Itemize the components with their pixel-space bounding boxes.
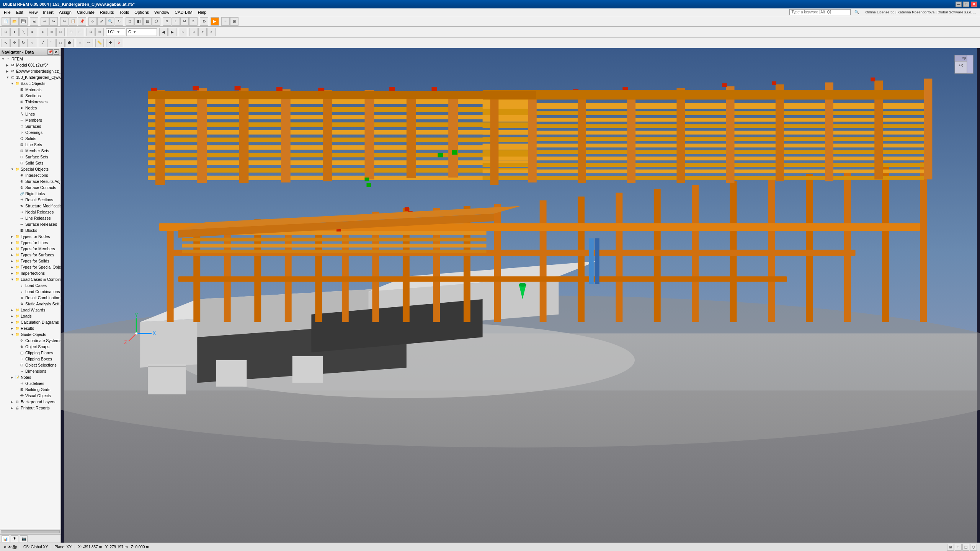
clipping-btn[interactable]: ◫ (95, 28, 104, 36)
surface-btn[interactable]: S (189, 17, 198, 26)
tree-item-coord-systems[interactable]: ⊹Coordinate Systems (0, 337, 60, 344)
status-view3[interactable]: ◫ (962, 544, 969, 551)
new-button[interactable]: 📄 (2, 17, 10, 26)
tree-arrow-load-wizards[interactable]: ▶ (11, 308, 15, 312)
save-button[interactable]: 💾 (19, 17, 28, 26)
result-type-btn3[interactable]: ε (207, 28, 216, 36)
open-button[interactable]: 📂 (10, 17, 19, 26)
tree-item-timberdesign[interactable]: ▶🗂E:\www.timberdesign.cz_Ester-Tower-in-… (0, 68, 60, 74)
viewport[interactable]: X Y Z +X top (61, 48, 980, 543)
draw-rect-btn[interactable]: □ (56, 39, 65, 47)
load-case-prev[interactable]: ◀ (159, 28, 168, 36)
tree-item-solid-sets[interactable]: ⊟Solid Sets (0, 160, 60, 166)
tree-item-loads[interactable]: ▶📁Loads (0, 313, 60, 319)
settings-btn[interactable]: ⚙ (200, 17, 208, 26)
delete-btn[interactable]: ✕ (115, 39, 123, 47)
display-nodes[interactable]: ● (39, 28, 47, 36)
tree-item-load-cases[interactable]: ↓Load Cases (0, 282, 60, 289)
tree-item-imperfections[interactable]: ▶📁Imperfections (0, 270, 60, 276)
snap-line[interactable]: ╲ (19, 28, 28, 36)
annotation-btn[interactable]: ✏ (85, 39, 93, 47)
tree-arrow-results[interactable]: ▶ (11, 327, 15, 330)
menu-insert[interactable]: Insert (41, 9, 56, 15)
tree-item-calc-diagrams[interactable]: ▶📁Calculation Diagrams (0, 319, 60, 325)
minimize-button[interactable]: — (956, 2, 962, 7)
maximize-button[interactable]: □ (963, 2, 969, 7)
nav-tab-data[interactable]: 📊 (2, 535, 9, 542)
tree-item-materials[interactable]: ⊞Materials (0, 86, 60, 93)
tree-arrow-rfem[interactable]: ▼ (2, 57, 5, 61)
tree-item-types-nodes[interactable]: ▶📁Types for Nodes (0, 233, 60, 240)
tree-arrow-guide-objects[interactable]: ▼ (11, 333, 15, 336)
tree-item-load-wizards[interactable]: ▶📁Load Wizards (0, 307, 60, 313)
tree-item-notes[interactable]: ▶📝Notes (0, 374, 60, 380)
draw-poly-btn[interactable]: ⬟ (65, 39, 74, 47)
status-view-buttons[interactable]: ⊞ □ ◫ ⬡ (947, 544, 977, 551)
tree-item-blocks[interactable]: ▦Blocks (0, 227, 60, 233)
side-view-button[interactable]: ◧ (134, 17, 143, 26)
tree-item-result-combinations[interactable]: ◈Result Combinations (0, 295, 60, 301)
menu-help[interactable]: Help (196, 9, 209, 15)
status-view4[interactable]: ⬡ (970, 544, 977, 551)
front-view-button[interactable]: □ (126, 17, 134, 26)
navigator-pin-button[interactable]: 📌 (47, 49, 53, 55)
draw-line-btn[interactable]: ╱ (39, 39, 47, 47)
display-surfaces[interactable]: □ (56, 28, 65, 36)
display-members[interactable]: ═ (47, 28, 56, 36)
load-case-next[interactable]: ▶ (168, 28, 176, 36)
navigator-scroll[interactable] (0, 529, 60, 534)
status-view1[interactable]: ⊞ (947, 544, 954, 551)
tree-item-members[interactable]: ═Members (0, 117, 60, 123)
scale-btn[interactable]: ⤡ (28, 39, 36, 47)
tree-item-structure-modifications[interactable]: ⟲Structure Modifications (0, 203, 60, 209)
tree-container[interactable]: ▼•RFEM▶🗂Model 001 (2).rf5*▶🗂E:\www.timbe… (0, 56, 60, 529)
tree-arrow-calc-diagrams[interactable]: ▶ (11, 321, 15, 324)
copy-button[interactable]: 📋 (69, 17, 77, 26)
close-button[interactable]: ✕ (971, 2, 977, 7)
scroll-bar[interactable] (1, 530, 60, 533)
tree-arrow-types-surfaces[interactable]: ▶ (11, 253, 15, 257)
navigator-header-controls[interactable]: 📌 ✕ (47, 49, 59, 55)
redo-button[interactable]: ↪ (49, 17, 58, 26)
tree-arrow-imperfections[interactable]: ▶ (11, 272, 15, 275)
tree-item-background-layers[interactable]: ▶⊟Background Layers (0, 399, 60, 405)
tree-item-visual-objects[interactable]: 👁Visual Objects (0, 393, 60, 399)
tree-item-member-sets[interactable]: ⊟Member Sets (0, 148, 60, 154)
tree-item-building-grids[interactable]: ⊞Building Grids (0, 386, 60, 393)
menu-calculate[interactable]: Calculate (75, 9, 97, 15)
menu-tools[interactable]: Tools (117, 9, 131, 15)
tree-arrow-notes[interactable]: ▶ (11, 376, 15, 379)
zoom-all-button[interactable]: ⤢ (97, 17, 106, 26)
tree-arrow-types-special[interactable]: ▶ (11, 266, 15, 269)
tree-item-guidelines[interactable]: ⊣Guidelines (0, 380, 60, 386)
tree-arrow-loads[interactable]: ▶ (11, 315, 15, 318)
tree-item-clipping-planes[interactable]: ◫Clipping Planes (0, 350, 60, 356)
tree-item-line-releases[interactable]: ⊸Line Releases (0, 215, 60, 221)
menu-window[interactable]: Window (152, 9, 172, 15)
tree-item-types-lines[interactable]: ▶📁Types for Lines (0, 240, 60, 246)
tree-item-openings[interactable]: ○Openings (0, 129, 60, 135)
tree-arrow-special-objects[interactable]: ▼ (11, 168, 15, 171)
tree-arrow-basic-objects[interactable]: ▼ (11, 82, 15, 85)
menu-options[interactable]: Options (132, 9, 151, 15)
tree-item-nodal-releases[interactable]: ⊸Nodal Releases (0, 209, 60, 215)
tree-item-surface-releases[interactable]: ⊸Surface Releases (0, 221, 60, 227)
section-planes[interactable]: ⊟ (87, 28, 95, 36)
print-button[interactable]: 🖨 (30, 17, 38, 26)
navigator-tabs[interactable]: 📊 👁 📷 (0, 534, 60, 543)
tree-item-dimensions[interactable]: ↔Dimensions (0, 368, 60, 374)
tree-item-object-snaps[interactable]: ⊛Object Snaps (0, 344, 60, 350)
deform-btn[interactable]: ~ (221, 17, 230, 26)
view-cube[interactable]: +X top (952, 52, 976, 77)
tree-item-rigid-links[interactable]: 🔗Rigid Links (0, 191, 60, 197)
tree-arrow-load-cases-comb[interactable]: ▼ (11, 278, 15, 281)
render-mode[interactable]: ◫ (67, 28, 75, 36)
tree-arrow-types-nodes[interactable]: ▶ (11, 235, 15, 238)
lc-dropdown[interactable]: LC1 ▼ (106, 28, 125, 36)
tree-arrow-printout-reports[interactable]: ▶ (11, 406, 15, 410)
tree-arrow-timberdesign[interactable]: ▶ (6, 70, 10, 73)
menu-results[interactable]: Results (98, 9, 116, 15)
animate-btn[interactable]: ▷ (179, 28, 187, 36)
snap-node[interactable]: ● (10, 28, 19, 36)
tree-item-guide-objects[interactable]: ▼📁Guide Objects (0, 331, 60, 337)
